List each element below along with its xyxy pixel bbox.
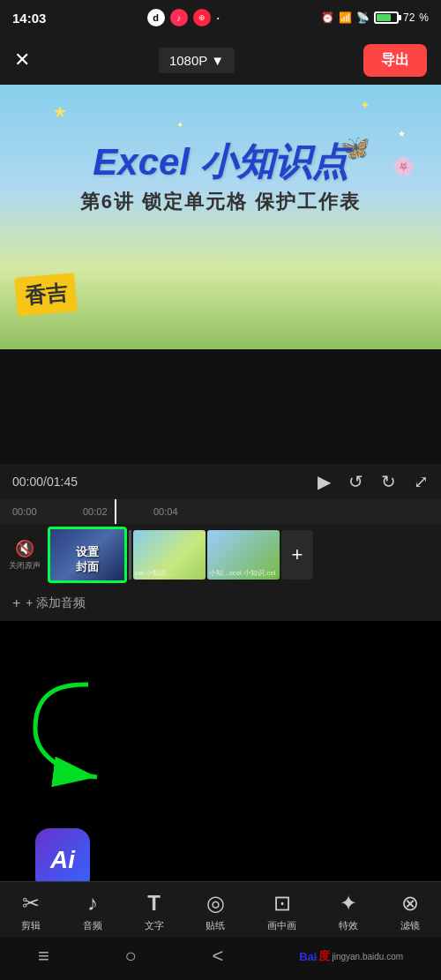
home-button[interactable]: ○ [125,945,137,968]
battery-icon [374,11,399,24]
expand-button[interactable]: ⤢ [414,471,429,492]
tool-icons-row: ✂ 剪辑 ♪ 音频 T 文字 ◎ 贴纸 ⊡ 画中画 ✦ 特效 [0,882,441,938]
star-2: ✦ [360,98,370,112]
clip-2-label: 小知...xcel 小知识:cel [209,568,276,578]
speaker-label: 关闭原声 [9,560,41,572]
tool-pip[interactable]: ⊡ 画中画 [267,891,296,932]
status-time: 14:03 [12,11,46,26]
tool-text[interactable]: T 文字 [145,891,164,932]
alarm-icon: ⏰ [321,11,334,24]
video-clip-2[interactable]: 小知...xcel 小知识:cel [207,530,280,580]
clip-1-label: cel 小知识... [135,568,173,578]
tool-filter[interactable]: ⊗ 滤镜 [400,891,420,932]
ruler-tick-0: 00:00 [12,506,83,517]
filter-label: 滤镜 [400,919,420,932]
status-icons: d ♪ ⊕ · [147,9,220,27]
text-label: 文字 [145,919,164,932]
tool-cut[interactable]: ✂ 剪辑 [21,891,41,932]
ruler-playhead [115,499,116,524]
sticker-label: 贴纸 [206,919,225,932]
cut-icon: ✂ [22,891,40,916]
audio-track-row: 🔇 关闭原声 设置封面 cel 小知识... 小知...xcel 小知识:cel [0,524,441,586]
preview-subtitle: 第6讲 锁定单元格 保护工作表 [80,189,361,215]
video-clip-1[interactable]: cel 小知识... [133,530,206,580]
timeline-ruler: 00:00 00:02 00:04 [0,499,441,524]
status-bar: 14:03 d ♪ ⊕ · ⏰ 📶 📡 72 % [0,0,441,35]
star-1: ★ [53,102,67,122]
playback-controls: ▶ ↺ ↻ ⤢ [318,471,429,492]
track-separator [129,530,131,580]
play-button[interactable]: ▶ [318,471,331,492]
menu-button[interactable]: ≡ [38,945,49,968]
flower-icon: 🌸 [392,155,415,176]
filter-icon: ⊗ [401,891,419,916]
ai-label: Ai [50,846,75,874]
add-audio-row: + + 添加音频 [0,586,441,621]
effects-icon: ✦ [340,891,357,916]
export-button[interactable]: 导出 [363,44,427,77]
tool-effects[interactable]: ✦ 特效 [339,891,358,932]
playback-bar: 00:00/01:45 ▶ ↺ ↻ ⤢ [0,464,441,499]
star-4: ✦ [176,120,183,130]
text-icon: T [147,891,161,916]
bottom-toolbar: ✂ 剪辑 ♪ 音频 T 文字 ◎ 贴纸 ⊡ 画中画 ✦ 特效 [0,881,441,980]
status-right: ⏰ 📶 📡 72 % [321,11,429,24]
cut-label: 剪辑 [21,919,41,932]
resolution-arrow: ▼ [211,53,224,68]
add-audio-button[interactable]: + + 添加音频 [12,595,86,611]
video-preview: ★ ✦ ★ ✦ 🦋 🌸 Excel 小知识点 第6讲 锁定单元格 保护工作表 香… [0,85,441,349]
tool-audio[interactable]: ♪ 音频 [83,891,102,932]
speaker-icon: 🔇 [15,539,34,558]
pip-icon: ⊡ [273,891,291,916]
baidu-du: 度 [318,948,330,964]
arrow-area [0,349,441,464]
resolution-label: 1080P [169,53,207,68]
audio-label: 音频 [83,919,102,932]
redo-button[interactable]: ↻ [381,471,396,492]
audio-icon: ♪ [87,891,98,916]
speaker-control[interactable]: 🔇 关闭原声 [9,539,41,572]
time-display: 00:00/01:45 [12,475,78,489]
tracks-container: 🔇 关闭原声 设置封面 cel 小知识... 小知...xcel 小知识:cel [0,524,441,621]
baidu-watermark: Bai 度 jingyan.baidu.com [299,948,403,964]
jingyan-text: jingyan.baidu.com [332,952,403,961]
star-3: ★ [398,129,406,138]
top-toolbar: ✕ 1080P ▼ 导出 [0,35,441,85]
resolution-button[interactable]: 1080P ▼ [159,48,235,73]
cover-set-clip[interactable]: 设置封面 [48,527,127,583]
close-button[interactable]: ✕ [14,49,30,71]
add-audio-icon: + [12,595,20,611]
sticker-icon: ◎ [206,891,225,916]
douyin-icon: ♪ [170,9,188,26]
track-clips: 设置封面 cel 小知识... 小知...xcel 小知识:cel + [48,530,432,580]
add-audio-label: + 添加音频 [26,595,86,611]
preview-badge: 香吉 [14,273,78,317]
xhs-icon: ⊕ [193,9,211,26]
dot-icon: · [216,9,220,27]
green-arrow-icon [18,676,159,790]
signal-icon: 📶 [339,11,352,24]
ruler-tick-1: 00:02 [83,506,153,517]
cover-clip-label: 设置封面 [76,545,99,575]
tiktok-icon: d [147,9,165,26]
baidu-logo: Bai [299,950,317,963]
effects-label: 特效 [339,919,358,932]
wifi-icon: 📡 [356,11,370,24]
main-content: ✕ 1080P ▼ 导出 ★ ✦ ★ ✦ 🦋 🌸 Excel 小知识点 第6讲 … [0,35,441,980]
add-clip-icon: + [292,543,303,566]
undo-button[interactable]: ↺ [348,471,363,492]
preview-title-excel: Excel 小知识点 [93,138,348,187]
nav-bar: ≡ ○ < Bai 度 jingyan.baidu.com [0,938,441,980]
back-button[interactable]: < [213,945,224,968]
tool-sticker[interactable]: ◎ 贴纸 [206,891,225,932]
pip-label: 画中画 [267,919,296,932]
ruler-tick-2: 00:04 [153,506,224,517]
add-clip-button[interactable]: + [281,530,313,580]
battery-percent: 72 [403,11,415,24]
